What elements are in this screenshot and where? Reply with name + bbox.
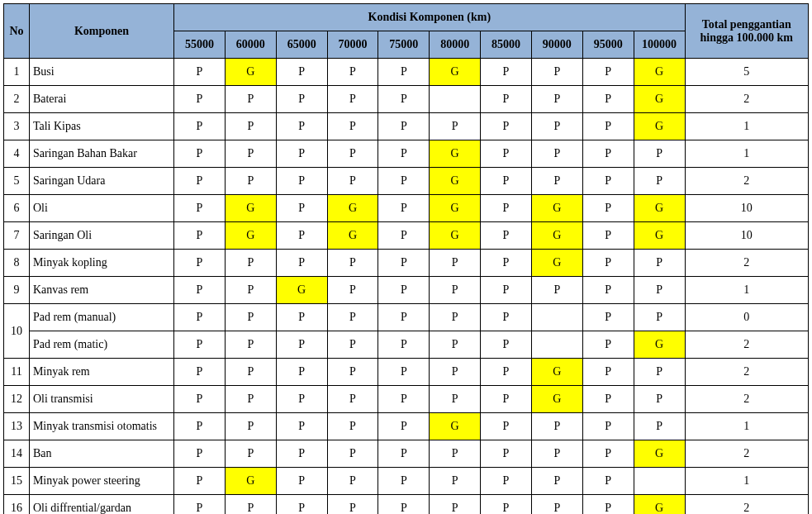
- cell-value: P: [225, 250, 276, 277]
- cell-name: Saringan Bahan Bakar: [29, 140, 173, 168]
- cell-value: P: [430, 386, 481, 413]
- table-header: No Komponen Kondisi Komponen (km) Total …: [4, 4, 809, 59]
- cell-value: P: [225, 413, 276, 440]
- cell-value: P: [225, 440, 276, 468]
- cell-value: P: [276, 140, 327, 168]
- cell-name: Oli transmisi: [29, 386, 173, 413]
- cell-value: G: [327, 195, 378, 222]
- cell-value: P: [531, 440, 582, 468]
- cell-value: P: [276, 413, 327, 440]
- header-km-85000: 85000: [481, 31, 532, 59]
- cell-value: P: [378, 140, 430, 168]
- cell-value: P: [634, 413, 685, 440]
- cell-value: P: [481, 59, 532, 86]
- cell-value: P: [582, 168, 634, 195]
- cell-value: P: [327, 113, 378, 140]
- cell-value: P: [481, 386, 532, 413]
- header-no: No: [4, 4, 30, 59]
- header-km-80000: 80000: [430, 31, 481, 59]
- header-km-95000: 95000: [582, 31, 634, 59]
- cell-value: P: [378, 440, 430, 468]
- cell-value: G: [634, 495, 685, 515]
- cell-value: P: [174, 195, 226, 222]
- cell-value: P: [327, 59, 378, 86]
- cell-value: P: [430, 359, 481, 386]
- table-row: 2BateraiPPPPPPPPG2: [4, 86, 809, 113]
- cell-value: G: [634, 59, 685, 86]
- cell-value: P: [225, 113, 276, 140]
- cell-value: P: [174, 331, 226, 359]
- table-row: 8Minyak koplingPPPPPPPGPP2: [4, 250, 809, 277]
- cell-value: P: [531, 113, 582, 140]
- cell-value: P: [378, 359, 430, 386]
- cell-value: [531, 304, 582, 331]
- cell-no: 8: [4, 250, 30, 277]
- cell-value: P: [481, 168, 532, 195]
- cell-value: P: [276, 113, 327, 140]
- cell-total: 1: [685, 140, 809, 168]
- table-row: 3Tali KipasPPPPPPPPPG1: [4, 113, 809, 140]
- cell-no: 4: [4, 140, 30, 168]
- cell-value: P: [430, 250, 481, 277]
- header-km-75000: 75000: [378, 31, 430, 59]
- cell-value: G: [634, 222, 685, 250]
- cell-name: Baterai: [29, 86, 173, 113]
- cell-value: P: [378, 386, 430, 413]
- table-row: Pad rem (matic)PPPPPPPPG2: [4, 331, 809, 359]
- cell-value: P: [582, 468, 634, 495]
- cell-value: P: [225, 140, 276, 168]
- cell-value: P: [174, 413, 226, 440]
- table-row: 11Minyak remPPPPPPPGPP2: [4, 359, 809, 386]
- cell-no: 15: [4, 468, 30, 495]
- cell-name: Pad rem (manual): [29, 304, 173, 331]
- cell-value: G: [531, 250, 582, 277]
- cell-no: 13: [4, 413, 30, 440]
- cell-total: 5: [685, 59, 809, 86]
- header-km-55000: 55000: [174, 31, 226, 59]
- cell-value: P: [531, 59, 582, 86]
- cell-no: 10: [4, 304, 30, 359]
- cell-total: 1: [685, 413, 809, 440]
- cell-value: P: [276, 195, 327, 222]
- cell-value: P: [481, 413, 532, 440]
- cell-no: 7: [4, 222, 30, 250]
- cell-value: P: [582, 440, 634, 468]
- cell-value: G: [531, 359, 582, 386]
- cell-value: P: [174, 250, 226, 277]
- cell-total: 1: [685, 277, 809, 304]
- cell-value: P: [225, 359, 276, 386]
- cell-value: P: [378, 168, 430, 195]
- cell-value: P: [481, 440, 532, 468]
- cell-total: 10: [685, 222, 809, 250]
- cell-value: P: [430, 304, 481, 331]
- cell-value: P: [174, 168, 226, 195]
- cell-total: 1: [685, 113, 809, 140]
- cell-value: P: [582, 413, 634, 440]
- cell-value: P: [174, 140, 226, 168]
- cell-value: P: [582, 59, 634, 86]
- cell-value: P: [276, 495, 327, 515]
- table-row: 7Saringan OliPGPGPGPGPG10: [4, 222, 809, 250]
- cell-value: P: [327, 304, 378, 331]
- cell-value: P: [327, 440, 378, 468]
- cell-value: G: [430, 413, 481, 440]
- cell-no: 11: [4, 359, 30, 386]
- cell-value: P: [327, 468, 378, 495]
- cell-no: 12: [4, 386, 30, 413]
- cell-value: P: [378, 222, 430, 250]
- table-row: 9Kanvas remPPGPPPPPPP1: [4, 277, 809, 304]
- cell-value: P: [327, 168, 378, 195]
- header-total: Total penggantian hingga 100.000 km: [685, 4, 809, 59]
- cell-value: P: [174, 386, 226, 413]
- cell-value: P: [582, 250, 634, 277]
- cell-value: P: [327, 331, 378, 359]
- cell-no: 16: [4, 495, 30, 515]
- cell-name: Minyak transmisi otomatis: [29, 413, 173, 440]
- cell-name: Kanvas rem: [29, 277, 173, 304]
- cell-value: G: [327, 222, 378, 250]
- cell-value: P: [327, 359, 378, 386]
- cell-value: G: [225, 222, 276, 250]
- cell-value: P: [225, 331, 276, 359]
- cell-value: P: [582, 113, 634, 140]
- cell-value: P: [430, 277, 481, 304]
